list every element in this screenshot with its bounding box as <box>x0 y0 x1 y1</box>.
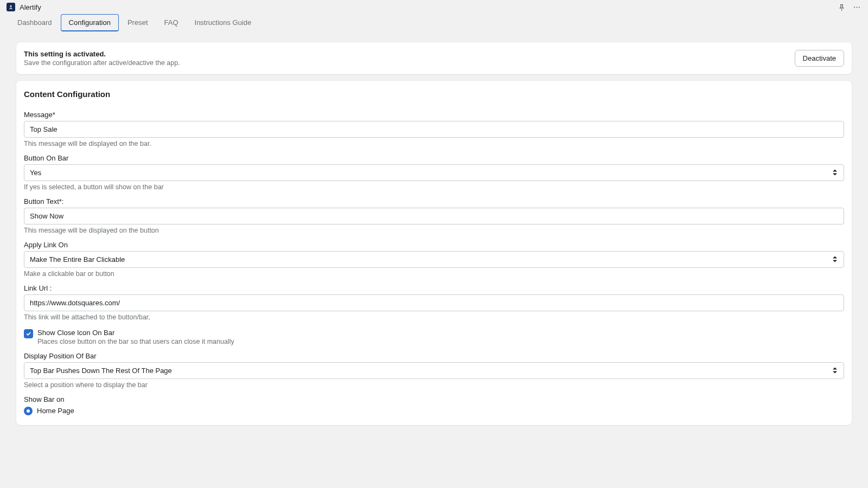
link-url-label: Link Url : <box>24 284 844 292</box>
button-on-bar-help: If yes is selected, a button will show o… <box>24 183 844 191</box>
tab-preset[interactable]: Preset <box>120 14 156 31</box>
field-message: Message* This message will be displayed … <box>24 111 844 147</box>
app-logo-icon <box>7 3 15 11</box>
display-position-select[interactable]: Top Bar Pushes Down The Rest Of The Page <box>24 362 844 379</box>
field-show-close-icon: Show Close Icon On Bar Places close butt… <box>24 329 844 345</box>
apply-link-on-select[interactable]: Make The Entire Bar Clickable <box>24 251 844 268</box>
button-on-bar-value: Yes <box>30 169 41 177</box>
link-url-input[interactable] <box>24 294 844 311</box>
button-text-input[interactable] <box>24 208 844 224</box>
apply-link-on-value: Make The Entire Bar Clickable <box>30 255 125 264</box>
activation-status-card: This setting is activated. Save the conf… <box>16 42 852 74</box>
tab-configuration[interactable]: Configuration <box>61 14 119 31</box>
display-position-help: Select a position where to display the b… <box>24 381 844 389</box>
show-bar-on-home-label: Home Page <box>37 407 74 415</box>
button-text-label: Button Text*: <box>24 197 844 206</box>
show-close-sub: Places close button on the bar so that u… <box>37 338 234 345</box>
show-close-title: Show Close Icon On Bar <box>37 329 234 337</box>
tab-bar: Dashboard Configuration Preset FAQ Instr… <box>0 14 868 31</box>
field-link-url: Link Url : This link will be attached to… <box>24 284 844 321</box>
pin-icon[interactable] <box>837 2 846 12</box>
apply-link-on-label: Apply Link On <box>24 241 844 249</box>
select-caret-icon <box>833 170 838 176</box>
more-icon[interactable] <box>852 2 861 12</box>
select-caret-icon <box>833 368 838 374</box>
app-header: Alertify <box>0 0 868 14</box>
show-bar-on-home-radio[interactable] <box>24 407 33 415</box>
tab-instructions-guide[interactable]: Instructions Guide <box>187 14 259 31</box>
link-url-help: This link will be attached to the button… <box>24 313 844 321</box>
display-position-value: Top Bar Pushes Down The Rest Of The Page <box>30 367 172 375</box>
apply-link-on-help: Make a clickable bar or button <box>24 270 844 278</box>
field-apply-link-on: Apply Link On Make The Entire Bar Clicka… <box>24 241 844 278</box>
status-title: This setting is activated. <box>24 50 180 58</box>
deactivate-button[interactable]: Deactivate <box>795 50 844 67</box>
section-title: Content Configuration <box>16 81 852 102</box>
select-caret-icon <box>833 256 838 262</box>
app-name: Alertify <box>20 3 41 11</box>
field-display-position: Display Position Of Bar Top Bar Pushes D… <box>24 352 844 389</box>
main-scroll[interactable]: This setting is activated. Save the conf… <box>0 31 868 488</box>
message-label: Message* <box>24 111 844 119</box>
field-button-on-bar: Button On Bar Yes If yes is selected, a … <box>24 154 844 191</box>
status-subtitle: Save the configuration after active/deac… <box>24 59 180 67</box>
field-button-text: Button Text*: This message will be displ… <box>24 197 844 234</box>
button-text-help: This message will be displayed on the bu… <box>24 227 844 234</box>
show-bar-on-label: Show Bar on <box>24 395 844 403</box>
tab-faq[interactable]: FAQ <box>157 14 186 31</box>
message-help: This message will be displayed on the ba… <box>24 140 844 147</box>
tab-dashboard[interactable]: Dashboard <box>10 14 60 31</box>
svg-point-1 <box>856 7 857 8</box>
button-on-bar-label: Button On Bar <box>24 154 844 162</box>
button-on-bar-select[interactable]: Yes <box>24 164 844 181</box>
content-configuration-card: Content Configuration Message* This mess… <box>16 81 852 425</box>
svg-point-0 <box>854 7 855 8</box>
field-show-bar-on: Show Bar on Home Page <box>24 395 844 415</box>
show-close-checkbox[interactable] <box>24 329 33 338</box>
svg-point-2 <box>858 7 859 8</box>
display-position-label: Display Position Of Bar <box>24 352 844 360</box>
message-input[interactable] <box>24 121 844 138</box>
